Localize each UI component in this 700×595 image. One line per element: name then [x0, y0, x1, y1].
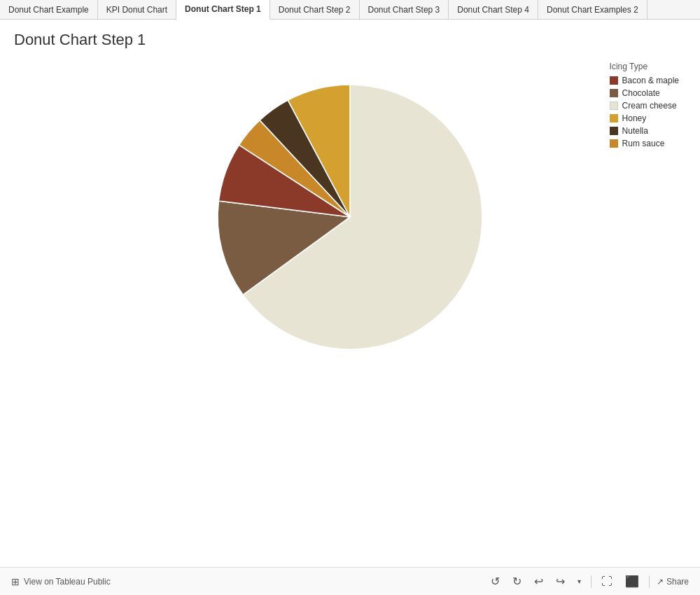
share-label: Share — [666, 577, 689, 587]
fullscreen-button[interactable]: ⛶ — [598, 574, 615, 589]
separator2 — [649, 575, 650, 588]
tableau-link-text[interactable]: View on Tableau Public — [24, 577, 111, 587]
legend-swatch — [610, 102, 618, 110]
legend-item-label: Cream cheese — [622, 101, 677, 111]
legend-swatch — [610, 139, 618, 148]
share-button[interactable]: ↗ Share — [657, 577, 689, 587]
tab-donut-chart-step-2[interactable]: Donut Chart Step 2 — [270, 0, 360, 19]
legend-item: Bacon & maple — [610, 76, 679, 85]
bottom-bar: ⊞ View on Tableau Public ↺ ↻ ↩ ↪ ▾ ⛶ ⬛ ↗… — [0, 567, 700, 595]
legend-item-label: Chocolate — [622, 88, 660, 98]
separator — [591, 575, 592, 588]
forward-dropdown[interactable]: ▾ — [575, 576, 584, 587]
tab-donut-chart-example[interactable]: Donut Chart Example — [0, 0, 98, 19]
tab-donut-chart-step-3[interactable]: Donut Chart Step 3 — [360, 0, 449, 19]
legend-swatch — [610, 89, 618, 97]
tableau-grid-icon: ⊞ — [11, 576, 20, 587]
share-icon: ↗ — [657, 577, 664, 587]
legend-item: Honey — [610, 113, 679, 123]
toolbar-right: ↺ ↻ ↩ ↪ ▾ ⛶ ⬛ ↗ Share — [488, 573, 689, 589]
tab-bar: Donut Chart ExampleKPI Donut ChartDonut … — [0, 0, 700, 20]
tableau-link[interactable]: ⊞ View on Tableau Public — [11, 576, 111, 587]
chart-container — [14, 70, 686, 364]
legend-item: Chocolate — [610, 88, 679, 98]
legend-title: Icing Type — [610, 62, 679, 71]
legend-swatch — [610, 76, 618, 85]
legend-swatch — [610, 114, 618, 122]
back-button[interactable]: ↩ — [531, 573, 546, 589]
tab-kpi-donut-chart[interactable]: KPI Donut Chart — [98, 0, 176, 19]
legend-item: Cream cheese — [610, 101, 679, 111]
tab-donut-chart-step-1[interactable]: Donut Chart Step 1 — [176, 0, 270, 20]
redo-button[interactable]: ↻ — [510, 573, 524, 589]
legend-swatch — [610, 127, 618, 135]
pie-chart — [203, 70, 497, 364]
legend-item-label: Honey — [622, 113, 647, 123]
legend-item-label: Rum sauce — [622, 139, 665, 148]
undo-button[interactable]: ↺ — [488, 573, 503, 589]
tab-donut-chart-step-4[interactable]: Donut Chart Step 4 — [449, 0, 538, 19]
page-content: Donut Chart Step 1 Icing Type Bacon & ma… — [0, 20, 700, 567]
download-button[interactable]: ⬛ — [622, 573, 642, 589]
legend-item-label: Nutella — [622, 126, 648, 136]
legend-item-label: Bacon & maple — [622, 76, 679, 85]
forward-button[interactable]: ↪ — [553, 573, 568, 589]
legend-item: Rum sauce — [610, 139, 679, 148]
legend-item: Nutella — [610, 126, 679, 136]
tab-donut-chart-examples-2[interactable]: Donut Chart Examples 2 — [538, 0, 648, 19]
page-title: Donut Chart Step 1 — [14, 31, 686, 49]
legend: Icing Type Bacon & mapleChocolateCream c… — [610, 62, 679, 151]
